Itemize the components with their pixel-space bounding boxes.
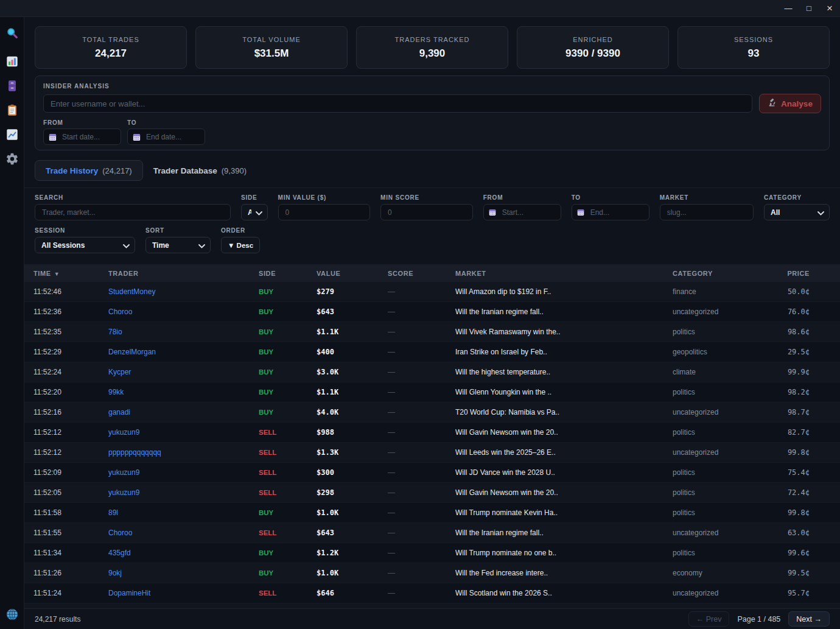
- cell-category: climate: [673, 368, 782, 376]
- table-row[interactable]: 11:52:36ChorooBUY$643—Will the Iranian r…: [24, 302, 840, 322]
- cell-score: —: [388, 569, 455, 577]
- cell-trader[interactable]: Choroo: [108, 307, 259, 316]
- table-row[interactable]: 11:52:24KycperBUY$3.0K—Will the highest …: [24, 362, 840, 382]
- table-row[interactable]: 11:51:55ChorooSELL$643—Will the Iranian …: [24, 523, 840, 543]
- cell-score: —: [388, 508, 455, 517]
- column-header-category[interactable]: CATEGORY: [673, 270, 782, 277]
- search-input[interactable]: [35, 204, 231, 220]
- cell-trader[interactable]: 89l: [108, 508, 259, 517]
- cell-side: BUY: [259, 308, 317, 315]
- cell-category: uncategorized: [673, 448, 782, 457]
- globe-icon[interactable]: [5, 608, 19, 621]
- search-icon[interactable]: [5, 26, 19, 40]
- cell-score: —: [388, 468, 455, 477]
- cell-time: 11:51:34: [33, 549, 108, 557]
- cell-trader[interactable]: yukuzun9: [108, 468, 259, 477]
- stat-card-traders-tracked: TRADERS TRACKED 9,390: [356, 26, 508, 69]
- cell-trader[interactable]: Choroo: [108, 529, 259, 537]
- tab-trader-database[interactable]: Trader Database (9,390): [143, 160, 257, 181]
- table-row[interactable]: 11:52:12ppppppqqqqqqqSELL$1.3K—Will Leed…: [24, 443, 840, 463]
- maximize-icon[interactable]: □: [799, 0, 819, 17]
- table-row[interactable]: 11:52:12yukuzun9SELL$988—Will Gavin News…: [24, 423, 840, 443]
- cell-category: uncategorized: [673, 307, 782, 316]
- clipboard-icon[interactable]: [5, 104, 19, 117]
- cell-market: Will Leeds win the 2025–26 E..: [455, 448, 673, 457]
- cell-market: Will Glenn Youngkin win the ..: [455, 388, 673, 396]
- cell-side: SELL: [259, 469, 317, 476]
- table-row[interactable]: 11:52:3578ioBUY$1.1K—Will Vivek Ramaswam…: [24, 322, 840, 342]
- analyse-button[interactable]: Analyse: [759, 94, 821, 113]
- cell-trader[interactable]: yukuzun9: [108, 428, 259, 437]
- table-row[interactable]: 11:52:05yukuzun9SELL$298—Will Gavin News…: [24, 483, 840, 503]
- cell-trader[interactable]: ppppppqqqqqqq: [108, 448, 259, 457]
- cell-time: 11:52:29: [33, 348, 108, 356]
- next-page-button[interactable]: Next →: [788, 611, 830, 627]
- side-select[interactable]: All: [241, 204, 268, 220]
- category-select[interactable]: All: [764, 204, 830, 220]
- table-row[interactable]: 11:51:34435gfdBUY$1.2K—Will Trump nomina…: [24, 543, 840, 563]
- cell-score: —: [388, 348, 455, 356]
- cell-trader[interactable]: 9okj: [108, 569, 259, 577]
- cell-trader[interactable]: yukuzun9: [108, 488, 259, 497]
- cell-value: $646: [317, 589, 388, 597]
- cell-trader[interactable]: 78io: [108, 328, 259, 336]
- prev-page-button[interactable]: ← Prev: [688, 611, 730, 627]
- calendar-icon: [132, 132, 141, 141]
- gear-icon[interactable]: [5, 152, 19, 166]
- main-content: TOTAL TRADES 24,217 TOTAL VOLUME $31.5M …: [24, 17, 840, 629]
- cell-value: $988: [317, 428, 388, 437]
- column-header-trader[interactable]: TRADER: [108, 270, 259, 277]
- close-icon[interactable]: ×: [819, 0, 840, 17]
- cell-market: Will Gavin Newsom win the 20..: [455, 488, 673, 497]
- wallet-input[interactable]: [43, 94, 752, 113]
- column-header-value[interactable]: VALUE: [317, 270, 388, 277]
- cell-side: BUY: [259, 348, 317, 356]
- cell-time: 11:52:05: [33, 488, 108, 497]
- table-row[interactable]: 11:52:09yukuzun9SELL$300—Will JD Vance w…: [24, 463, 840, 483]
- cell-trader[interactable]: Kycper: [108, 368, 259, 376]
- order-desc-button[interactable]: ▼ Desc: [221, 237, 260, 253]
- stat-label: TOTAL VOLUME: [242, 36, 301, 43]
- cell-price: 99.9¢: [782, 368, 810, 376]
- cell-score: —: [388, 529, 455, 537]
- tab-label: Trader Database: [153, 166, 217, 175]
- tab-trade-history[interactable]: Trade History (24,217): [35, 160, 143, 181]
- market-slug-input[interactable]: [660, 204, 754, 220]
- table-row[interactable]: 11:52:46StudentMoneyBUY$279—Will Amazon …: [24, 282, 840, 302]
- cell-trader[interactable]: ganadi: [108, 408, 259, 416]
- cell-score: —: [388, 589, 455, 597]
- column-header-price[interactable]: PRICE: [782, 270, 810, 277]
- cell-trader[interactable]: 99kk: [108, 388, 259, 396]
- bar-chart-icon[interactable]: [5, 55, 19, 68]
- table-row[interactable]: 11:51:24DopamineHitSELL$646—Will Scotlan…: [24, 583, 840, 603]
- column-header-time[interactable]: TIME▼: [33, 270, 108, 277]
- cell-time: 11:52:09: [33, 468, 108, 477]
- table-row[interactable]: 11:52:2099kkBUY$1.1K—Will Glenn Youngkin…: [24, 382, 840, 402]
- cell-price: 82.7¢: [782, 428, 810, 437]
- min-value-input[interactable]: [278, 204, 371, 220]
- minimize-icon[interactable]: —: [778, 0, 799, 17]
- chart-increasing-icon[interactable]: [5, 128, 19, 141]
- pagination-footer: 24,217 results ← Prev Page 1 / 485 Next …: [24, 608, 840, 629]
- cell-market: Will Vivek Ramaswamy win the..: [455, 328, 673, 336]
- cell-trader[interactable]: DopamineHit: [108, 589, 259, 597]
- table-row[interactable]: 11:52:29DenzelMorganBUY$400—Iran Strike …: [24, 342, 840, 362]
- cell-trader[interactable]: 435gfd: [108, 549, 259, 557]
- cell-market: Iran Strike on Israel by Feb..: [455, 348, 673, 356]
- cell-side: BUY: [259, 328, 317, 336]
- cell-trader[interactable]: StudentMoney: [108, 287, 259, 296]
- column-header-market[interactable]: MARKET: [455, 270, 673, 277]
- table-row[interactable]: 11:52:16ganadiBUY$4.0K—T20 World Cup: Na…: [24, 402, 840, 423]
- column-header-score[interactable]: SCORE: [388, 270, 455, 277]
- session-select[interactable]: All Sessions: [35, 237, 135, 253]
- min-score-input[interactable]: [380, 204, 473, 220]
- file-cabinet-icon[interactable]: [5, 79, 19, 93]
- tab-count: (9,390): [222, 166, 247, 175]
- cell-category: uncategorized: [673, 589, 782, 597]
- cell-trader[interactable]: DenzelMorgan: [108, 348, 259, 356]
- sort-select[interactable]: Time: [145, 237, 211, 253]
- cell-value: $400: [317, 348, 388, 356]
- table-row[interactable]: 11:51:5889lBUY$1.0K—Will Trump nominate …: [24, 503, 840, 523]
- table-row[interactable]: 11:51:269okjBUY$1.0K—Will the Fed increa…: [24, 563, 840, 583]
- column-header-side[interactable]: SIDE: [259, 270, 317, 277]
